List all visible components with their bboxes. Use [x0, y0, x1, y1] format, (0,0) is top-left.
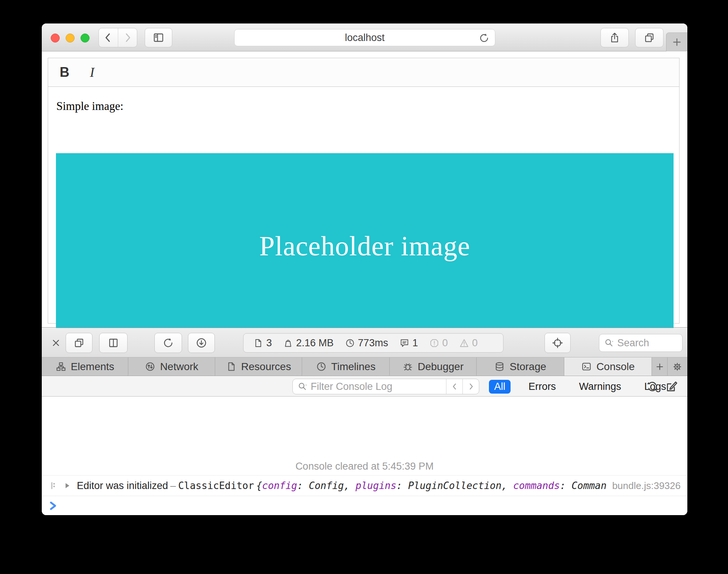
reload-page-button[interactable]	[154, 333, 182, 353]
error-icon	[429, 338, 439, 348]
reload-icon[interactable]	[478, 32, 490, 44]
elements-icon	[56, 361, 66, 372]
filter-previous-button[interactable]	[446, 379, 462, 394]
web-page-content: B I Simple image: Placeholder image	[42, 52, 687, 327]
forward-chevron-icon	[122, 32, 133, 43]
disclosure-triangle-icon[interactable]	[63, 482, 71, 489]
search-input[interactable]	[617, 337, 669, 349]
history-nav-group	[98, 28, 137, 47]
back-button[interactable]	[99, 28, 118, 47]
resources-icon	[226, 361, 237, 372]
share-icon	[609, 32, 621, 44]
split-view-button[interactable]	[99, 333, 128, 353]
speech-bubble-icon	[399, 338, 410, 348]
debugger-icon	[402, 361, 413, 372]
log-source-link[interactable]: bundle.js:39326	[612, 480, 681, 492]
timelines-icon	[316, 361, 327, 372]
address-bar[interactable]: localhost	[234, 29, 495, 46]
crosshair-icon	[552, 337, 564, 349]
tab-network[interactable]: Network	[128, 357, 215, 376]
placeholder-image[interactable]: Placeholder image	[56, 153, 674, 339]
tab-resources[interactable]: Resources	[215, 357, 302, 376]
sidebar-icon	[153, 32, 164, 44]
settings-button[interactable]	[668, 357, 687, 376]
console-option-icons	[646, 379, 678, 394]
console-log-row[interactable]: Editor was initialized – ClassicEditor {…	[42, 476, 687, 496]
console-icon	[581, 361, 592, 372]
clock-icon	[345, 338, 355, 348]
title-bar: localhost	[42, 23, 687, 51]
scope-warnings-button[interactable]: Warnings	[574, 380, 627, 394]
document-icon	[253, 338, 263, 348]
resource-stats-panel[interactable]: 3 2.16 MB 773ms	[243, 333, 503, 353]
gear-icon	[672, 361, 683, 372]
reload-icon	[162, 337, 174, 349]
network-icon	[145, 361, 156, 372]
tab-console[interactable]: Console	[564, 357, 652, 376]
console-filter-input[interactable]	[311, 381, 442, 392]
share-button[interactable]	[600, 28, 629, 47]
new-tab-button[interactable]	[666, 32, 687, 51]
element-picker-button[interactable]	[545, 333, 571, 353]
log-type-icon	[49, 481, 58, 490]
url-text: localhost	[345, 32, 385, 44]
console-cleared-text: Console cleared at 5:45:39 PM	[295, 461, 434, 472]
close-inspector-button[interactable]	[49, 336, 63, 350]
clear-console-icon[interactable]	[665, 380, 678, 393]
inspector-toolbar: 3 2.16 MB 773ms	[42, 328, 687, 357]
filter-next-button[interactable]	[462, 379, 479, 394]
tab-overview-icon	[643, 32, 655, 44]
filter-search-icon	[297, 381, 308, 392]
add-tab-button[interactable]	[652, 357, 668, 376]
preserve-log-icon[interactable]	[646, 380, 659, 393]
scope-errors-button[interactable]: Errors	[523, 380, 561, 394]
zoom-window-button[interactable]	[81, 34, 90, 42]
weight-icon	[283, 338, 293, 348]
console-output[interactable]: Console cleared at 5:45:39 PM	[42, 397, 687, 515]
chevron-left-icon	[450, 382, 459, 391]
prompt-chevron-icon	[48, 501, 58, 511]
bold-button[interactable]: B	[53, 61, 76, 83]
safari-window: localhost	[42, 23, 687, 515]
minimize-window-button[interactable]	[66, 34, 75, 42]
error-count-stat: 0	[429, 337, 448, 349]
warning-count-stat: 0	[459, 337, 478, 349]
italic-button-label: I	[90, 64, 94, 80]
placeholder-image-text: Placeholder image	[259, 230, 470, 262]
rich-text-editor: B I Simple image: Placeholder image	[48, 58, 680, 324]
close-window-button[interactable]	[51, 34, 60, 42]
tab-overview-button[interactable]	[635, 28, 663, 47]
search-icon	[604, 338, 614, 348]
detach-inspector-button[interactable]	[66, 333, 92, 353]
bold-button-label: B	[60, 64, 69, 80]
detach-window-icon	[73, 337, 85, 349]
sidebar-toggle-button[interactable]	[145, 28, 172, 47]
console-prompt-row[interactable]	[42, 496, 687, 515]
inspector-search-field[interactable]	[599, 334, 682, 352]
plus-icon	[671, 37, 682, 48]
plus-icon	[655, 362, 665, 372]
load-time-stat: 773ms	[345, 337, 388, 349]
warning-icon	[459, 338, 469, 348]
close-x-icon	[51, 338, 61, 348]
tab-debugger[interactable]: Debugger	[390, 357, 477, 376]
tab-storage[interactable]: Storage	[477, 357, 564, 376]
paragraph-text: Simple image:	[56, 100, 679, 113]
tab-elements[interactable]: Elements	[42, 357, 128, 376]
console-filter-bar: All Errors Warnings Logs	[42, 376, 687, 397]
console-cleared-row: Console cleared at 5:45:39 PM	[42, 457, 687, 476]
tab-timelines[interactable]: Timelines	[302, 357, 390, 376]
log-message-text: Editor was initialized	[77, 480, 168, 492]
log-count-stat: 1	[399, 337, 418, 349]
back-chevron-icon	[103, 32, 114, 43]
forward-button[interactable]	[118, 28, 137, 47]
editor-content[interactable]: Simple image: Placeholder image	[48, 87, 679, 323]
scope-all-button[interactable]: All	[489, 380, 511, 394]
web-inspector: 3 2.16 MB 773ms	[42, 327, 687, 515]
italic-button[interactable]: I	[81, 61, 103, 83]
console-filter-field[interactable]	[292, 379, 479, 394]
chevron-right-icon	[467, 382, 476, 391]
download-button[interactable]	[188, 333, 215, 353]
page-size-stat: 2.16 MB	[283, 337, 334, 349]
object-preview[interactable]: {config: Config, plugins: PluginCollecti…	[256, 480, 607, 491]
